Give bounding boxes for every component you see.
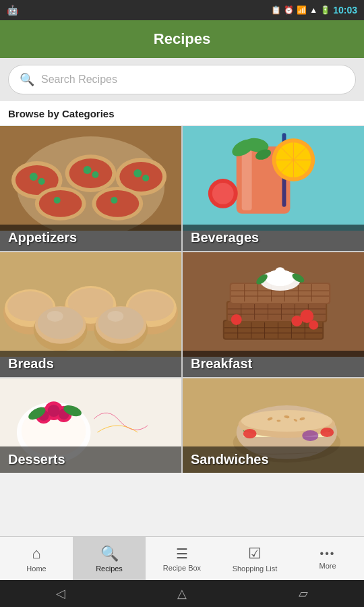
- nav-shopping-list[interactable]: ☑ Shopping List: [218, 537, 291, 580]
- svg-point-9: [92, 171, 98, 178]
- app-header: Recipes: [0, 20, 364, 58]
- beverages-label-bar: Beverages: [183, 225, 364, 251]
- nav-home[interactable]: ⌂ Home: [0, 537, 73, 580]
- category-desserts[interactable]: Desserts: [0, 378, 181, 473]
- beverages-label: Beverages: [191, 230, 259, 245]
- category-breads[interactable]: Breads: [0, 252, 181, 377]
- svg-point-88: [274, 267, 285, 278]
- status-time: 10:03: [333, 5, 357, 16]
- category-grid: Appetizers: [0, 126, 364, 473]
- svg-point-15: [39, 190, 82, 217]
- appetizers-label: Appetizers: [8, 230, 77, 245]
- more-icon: •••: [320, 548, 336, 560]
- nav-home-label: Home: [26, 565, 46, 573]
- svg-point-53: [107, 311, 123, 322]
- nav-more[interactable]: ••• More: [291, 537, 364, 580]
- wifi-icon: 📶: [297, 5, 307, 15]
- desserts-label-bar: Desserts: [0, 446, 181, 473]
- svg-point-117: [276, 420, 280, 422]
- category-beverages[interactable]: Beverages: [183, 126, 364, 251]
- category-breakfast[interactable]: Breakfast: [183, 252, 364, 377]
- svg-point-5: [38, 178, 45, 185]
- alarm-icon: ⏰: [284, 5, 294, 15]
- search-container: 🔍 Search Recipes: [0, 58, 364, 101]
- search-input[interactable]: Search Recipes: [41, 74, 117, 86]
- category-sandwiches[interactable]: Sandwiches: [183, 378, 364, 473]
- sandwiches-label: Sandwiches: [191, 452, 269, 467]
- recipe-box-icon: ☰: [176, 546, 188, 562]
- beverages-image: [183, 126, 364, 231]
- browse-title: Browse by Categories: [8, 108, 115, 119]
- sim-icon: 📋: [271, 5, 281, 15]
- status-bar-left: 🤖: [7, 5, 18, 16]
- svg-point-120: [320, 428, 334, 437]
- svg-point-91: [309, 320, 318, 330]
- svg-point-8: [84, 166, 92, 174]
- desserts-label: Desserts: [8, 452, 65, 467]
- nav-recipes-label: Recipes: [96, 565, 123, 573]
- svg-point-90: [291, 316, 302, 326]
- browse-header: Browse by Categories: [0, 101, 364, 126]
- svg-point-48: [38, 307, 84, 339]
- nav-recipes[interactable]: 🔍 Recipes: [73, 537, 146, 580]
- nav-recipe-box-label: Recipe Box: [163, 564, 201, 572]
- back-button[interactable]: ◁: [56, 586, 65, 601]
- search-bar[interactable]: 🔍 Search Recipes: [8, 65, 356, 94]
- status-bar: 🤖 📋 ⏰ 📶 ▲ 🔋 10:03: [0, 0, 364, 20]
- home-button[interactable]: △: [177, 586, 187, 601]
- svg-point-119: [243, 429, 257, 438]
- sandwiches-label-bar: Sandwiches: [183, 446, 364, 473]
- breads-image: [0, 252, 181, 357]
- svg-point-51: [98, 307, 144, 339]
- nav-more-label: More: [319, 562, 336, 570]
- appetizers-label-bar: Appetizers: [0, 225, 181, 251]
- svg-point-19: [111, 197, 117, 204]
- nav-recipe-box[interactable]: ☰ Recipe Box: [146, 537, 218, 580]
- svg-point-121: [302, 430, 318, 441]
- breads-label-bar: Breads: [0, 351, 181, 377]
- home-icon: ⌂: [32, 545, 40, 562]
- nav-shopping-list-label: Shopping List: [233, 565, 278, 573]
- breakfast-image: [183, 252, 364, 357]
- system-nav: ◁ △ ▱: [0, 580, 364, 607]
- svg-point-113: [241, 410, 332, 432]
- svg-point-102: [48, 405, 60, 417]
- signal-icon: ▲: [309, 5, 317, 15]
- svg-point-16: [54, 197, 61, 204]
- recents-button[interactable]: ▱: [299, 586, 308, 601]
- svg-point-11: [119, 162, 162, 192]
- svg-point-92: [231, 314, 242, 325]
- appetizers-image: [0, 126, 181, 231]
- svg-point-12: [133, 169, 142, 177]
- svg-point-7: [69, 158, 113, 188]
- svg-point-32: [212, 183, 234, 204]
- recipes-icon: 🔍: [100, 545, 119, 562]
- bottom-nav: ⌂ Home 🔍 Recipes ☰ Recipe Box ☑ Shopping…: [0, 536, 364, 580]
- page-title: Recipes: [154, 30, 210, 48]
- shopping-list-icon: ☑: [248, 545, 262, 562]
- breads-label: Breads: [8, 356, 54, 371]
- svg-point-13: [142, 175, 149, 181]
- status-bar-right: 📋 ⏰ 📶 ▲ 🔋 10:03: [271, 5, 357, 16]
- search-icon: 🔍: [20, 72, 34, 87]
- breakfast-label-bar: Breakfast: [183, 351, 364, 377]
- svg-rect-23: [242, 150, 252, 210]
- svg-point-18: [96, 190, 139, 217]
- svg-point-4: [30, 173, 38, 181]
- breakfast-label: Breakfast: [191, 356, 252, 371]
- category-appetizers[interactable]: Appetizers: [0, 126, 181, 251]
- battery-icon: 🔋: [320, 5, 330, 15]
- svg-point-52: [47, 311, 63, 322]
